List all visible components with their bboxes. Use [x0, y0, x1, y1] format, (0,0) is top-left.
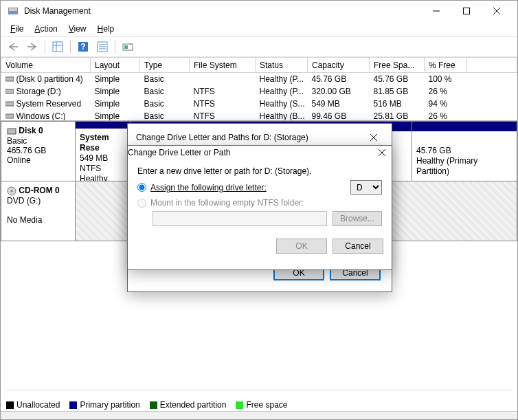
svg-rect-19 — [5, 89, 14, 93]
region-partition-4[interactable]: 45.76 GB Healthy (Primary Partition) — [412, 122, 517, 181]
cell-pct: 100 % — [425, 73, 467, 86]
view-list-button[interactable] — [49, 38, 66, 55]
properties-button[interactable] — [94, 38, 111, 55]
cell-layout: Simple — [91, 73, 140, 86]
disk-management-app-icon — [8, 5, 19, 16]
svg-rect-18 — [5, 77, 14, 81]
region-status: Healthy (Primary Partition) — [416, 156, 477, 176]
cdrom-info[interactable]: CD-ROM 0 DVD (G:) No Media — [1, 181, 76, 241]
svg-point-24 — [11, 190, 13, 192]
region-line3: Healthy (Syste — [80, 174, 108, 181]
minimize-button[interactable] — [421, 1, 451, 21]
refresh-button[interactable] — [120, 38, 136, 55]
svg-rect-21 — [5, 114, 14, 118]
cell-free: 516 MB — [370, 98, 425, 110]
cell-layout: Simple — [91, 85, 140, 98]
col-volume[interactable]: Volume — [1, 58, 91, 73]
cell-free: 81.85 GB — [370, 85, 425, 98]
window-titlebar: Disk Management — [1, 1, 517, 21]
volume-icon — [5, 87, 14, 96]
legend-unallocated: Unallocated — [6, 400, 60, 410]
maximize-button[interactable] — [451, 1, 482, 21]
legend: Unallocated Primary partition Extended p… — [6, 390, 512, 410]
cell-capacity: 549 MB — [308, 98, 370, 110]
svg-rect-20 — [5, 102, 14, 106]
close-button[interactable] — [482, 1, 512, 21]
disk-0-size: 465.76 GB — [7, 146, 46, 155]
back-button[interactable] — [5, 38, 21, 55]
col-layout[interactable]: Layout — [91, 58, 140, 73]
cell-pct: 26 % — [425, 110, 467, 120]
drive-letter-select[interactable]: D — [350, 180, 382, 195]
disk-0-status: Online — [7, 155, 31, 165]
region-system-reserved[interactable]: System Rese 549 MB NTFS Healthy (Syste — [76, 122, 131, 181]
svg-rect-4 — [464, 8, 470, 14]
menu-view[interactable]: View — [63, 23, 92, 35]
table-row[interactable]: (Disk 0 partition 4)SimpleBasicHealthy (… — [1, 73, 517, 86]
label-assign-letter: Assign the following drive letter: — [150, 183, 267, 192]
label-mount-folder: Mount in the following empty NTFS folder… — [150, 198, 304, 208]
dialog2-close-button[interactable] — [372, 146, 392, 159]
table-header[interactable]: Volume Layout Type File System Status Ca… — [1, 58, 517, 73]
forward-button[interactable] — [24, 38, 41, 55]
dialog2-ok-button[interactable]: OK — [276, 239, 327, 254]
volume-list[interactable]: Volume Layout Type File System Status Ca… — [1, 57, 517, 120]
table-row[interactable]: Storage (D:)SimpleBasicNTFSHealthy (P...… — [1, 85, 517, 98]
disk-0-name: Disk 0 — [19, 126, 43, 135]
dialog1-title: Change Drive Letter and Paths for D: (St… — [136, 133, 364, 142]
status-bar — [1, 411, 517, 419]
cell-fs — [190, 73, 256, 86]
dialog2-instruction: Enter a new drive letter or path for D: … — [137, 166, 382, 176]
volume-name: Windows (C:) — [16, 111, 66, 121]
legend-extended: Extended partition — [150, 400, 227, 410]
volume-icon — [5, 112, 14, 120]
table-row[interactable]: System ReservedSimpleBasicNTFSHealthy (S… — [1, 98, 517, 110]
table-row[interactable]: Windows (C:)SimpleBasicNTFSHealthy (B...… — [1, 110, 517, 120]
menu-help[interactable]: Help — [92, 23, 120, 35]
disk-0-info[interactable]: Disk 0 Basic 465.76 GB Online — [1, 122, 76, 181]
cell-free: 25.81 GB — [370, 110, 425, 120]
cell-fs: NTFS — [190, 98, 256, 110]
option-assign-letter[interactable]: Assign the following drive letter: D — [137, 180, 382, 195]
legend-primary: Primary partition — [69, 400, 139, 410]
cell-status: Healthy (P... — [256, 73, 308, 86]
cell-type: Basic — [140, 73, 190, 86]
col-pctfree[interactable]: % Free — [425, 58, 467, 73]
col-filesystem[interactable]: File System — [190, 58, 256, 73]
help-button[interactable]: ? — [75, 38, 91, 55]
cell-status: Healthy (B... — [256, 110, 308, 120]
window-title: Disk Management — [24, 6, 421, 16]
cell-pct: 94 % — [425, 98, 467, 110]
radio-mount-folder[interactable] — [137, 199, 146, 208]
cell-type: Basic — [140, 98, 190, 110]
cell-fs: NTFS — [190, 85, 256, 98]
cell-status: Healthy (S... — [256, 98, 308, 110]
cdrom-status: No Media — [7, 215, 42, 225]
disk-icon — [7, 126, 16, 136]
col-type[interactable]: Type — [140, 58, 190, 73]
dialog2-cancel-button[interactable]: Cancel — [333, 239, 383, 254]
cell-layout: Simple — [91, 98, 140, 110]
radio-assign-letter[interactable] — [137, 183, 146, 192]
region-line2: 549 MB NTFS — [80, 153, 108, 173]
toolbar: ? — [1, 36, 517, 57]
col-status[interactable]: Status — [256, 58, 308, 73]
svg-text:?: ? — [80, 42, 85, 52]
region-title: System Rese — [80, 133, 109, 153]
legend-free: Free space — [236, 400, 287, 410]
cell-fs: NTFS — [190, 110, 256, 120]
menu-file[interactable]: File — [5, 23, 29, 35]
option-mount-folder[interactable]: Mount in the following empty NTFS folder… — [137, 198, 382, 208]
cell-capacity: 99.46 GB — [308, 110, 370, 120]
svg-rect-17 — [124, 45, 128, 49]
col-extra[interactable] — [467, 58, 517, 73]
svg-rect-2 — [9, 12, 17, 14]
cell-capacity: 45.76 GB — [308, 73, 370, 86]
col-capacity[interactable]: Capacity — [308, 58, 370, 73]
dialog1-close-button[interactable] — [364, 131, 383, 144]
volume-icon — [5, 75, 14, 83]
dialog-change-drive-letter: Change Drive Letter or Path Enter a new … — [127, 145, 392, 270]
menu-action[interactable]: Action — [29, 23, 63, 35]
col-freespace[interactable]: Free Spa... — [370, 58, 425, 73]
volume-name: (Disk 0 partition 4) — [16, 74, 83, 84]
